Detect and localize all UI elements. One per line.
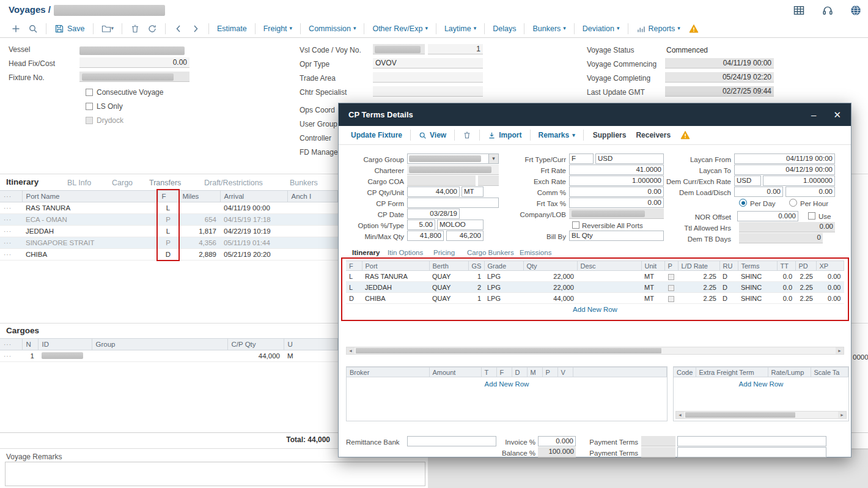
cargo-itinerary-scrollbar[interactable]: ◄ ► — [346, 347, 844, 355]
p-checkbox[interactable] — [668, 274, 674, 280]
payment-terms-code-field-2[interactable] — [641, 447, 675, 457]
nor-use-checkbox[interactable] — [808, 212, 815, 220]
itinerary-row[interactable]: ··· CHIBA D 2,889 05/21/19 20:20 — [0, 249, 338, 261]
payment-terms-desc-field-2[interactable] — [677, 447, 826, 457]
support-icon[interactable] — [822, 4, 834, 17]
copy-voyage-button[interactable]: ▾ — [101, 24, 114, 34]
cp-qty-unit-field[interactable]: MT — [462, 187, 484, 197]
min-qty-field[interactable]: 41,800 — [407, 231, 444, 241]
col-extra-freight-term[interactable]: Extra Freight Term — [696, 368, 768, 377]
frt-type-field[interactable]: F — [569, 153, 594, 164]
update-fixture-button[interactable]: Update Fixture — [351, 131, 402, 139]
frt-curr-field[interactable]: USD — [595, 153, 664, 164]
warning-icon[interactable] — [680, 130, 690, 140]
p-checkbox[interactable] — [668, 285, 674, 291]
head-fix-field[interactable]: 0.00 — [79, 57, 189, 68]
menu-estimate[interactable]: Estimate — [217, 24, 247, 33]
invoice-pct-field[interactable]: 0.000 — [538, 436, 576, 446]
menu-commission[interactable]: Commission▾ — [309, 24, 356, 33]
broker-add-row-link[interactable]: Add New Row — [347, 380, 667, 388]
menu-laytime[interactable]: Laytime▾ — [444, 24, 476, 33]
cargo-itinerary-row[interactable]: L JEDDAH QUAY 2 LPG 22,000 MT 2.25 D SHI… — [346, 282, 844, 293]
col-qty[interactable]: Qty — [523, 261, 577, 271]
itinerary-section-title[interactable]: Itinerary — [6, 177, 39, 187]
cp-form-field[interactable] — [407, 198, 499, 208]
col-cp-qty[interactable]: C/P Qty — [227, 339, 284, 350]
dem-exch-field[interactable]: 1.000000 — [763, 176, 835, 186]
col-rate-lump[interactable]: Rate/Lump — [768, 368, 811, 377]
col-ld-rate[interactable]: L/D Rate — [678, 261, 719, 271]
col-f[interactable]: F — [496, 368, 512, 377]
modal-tab-itin-options[interactable]: Itin Options — [388, 249, 423, 256]
row-menu-icon[interactable]: ··· — [4, 216, 12, 223]
save-button[interactable]: Save — [54, 24, 85, 34]
scrollbar-thumb[interactable] — [685, 412, 795, 418]
arrival-link[interactable]: 05/21/19 20:20 — [220, 249, 287, 261]
col-terms[interactable]: Terms — [738, 261, 777, 271]
cp-date-field[interactable]: 03/28/19 — [407, 209, 460, 219]
col-amount[interactable]: Amount — [429, 368, 481, 377]
option-type-field[interactable]: MOLOO — [437, 220, 484, 230]
modal-tab-pricing[interactable]: Pricing — [433, 249, 455, 256]
tab-draft-restrictions[interactable]: Draft/Restrictions — [204, 179, 263, 187]
col-port[interactable]: Port — [362, 261, 429, 271]
row-menu-icon[interactable]: ··· — [4, 353, 12, 360]
dem-load-field[interactable]: 0.00 — [734, 187, 783, 197]
col-pd[interactable]: PD — [795, 261, 816, 271]
col-t[interactable]: T — [481, 368, 496, 377]
modal-title-bar[interactable]: CP Terms Details – ✕ — [339, 103, 851, 126]
nor-offset-field[interactable]: 0.000 — [737, 211, 798, 221]
search-button[interactable] — [28, 24, 38, 34]
cargo-row[interactable]: ··· 1 44,000 M — [0, 350, 338, 362]
arrival-link[interactable]: 04/15/19 17:18 — [220, 214, 287, 226]
arrival-link[interactable]: 05/11/19 01:44 — [220, 237, 287, 249]
scroll-right-arrow[interactable]: ► — [836, 347, 844, 354]
col-port-name[interactable]: Port Name — [22, 191, 158, 202]
col-f[interactable]: F — [346, 261, 362, 271]
col-m[interactable]: M — [527, 368, 542, 377]
itinerary-row[interactable]: ··· SINGAPORE STRAIT P 4,356 05/11/19 01… — [0, 237, 338, 249]
cp-qty-field[interactable]: 44,000 — [407, 187, 460, 197]
row-menu-icon[interactable]: ··· — [4, 251, 12, 258]
chevron-down-icon[interactable]: ▾ — [488, 154, 498, 163]
col-group[interactable]: Group — [92, 339, 227, 350]
menu-reports[interactable]: Reports▾ — [636, 24, 680, 34]
itinerary-row[interactable]: ··· RAS TANURA L 04/11/19 00:00 — [0, 202, 338, 214]
extra-freight-scrollbar[interactable]: ◄ ► — [675, 411, 847, 419]
scroll-right-arrow[interactable]: ► — [838, 412, 846, 418]
modal-tab-itinerary[interactable]: Itinerary — [352, 249, 380, 256]
exch-rate-field[interactable]: 1.000000 — [569, 176, 664, 186]
payment-terms-code-field-1[interactable] — [641, 436, 675, 446]
opr-type-field[interactable]: OVOV — [373, 58, 483, 68]
col-berth[interactable]: Berth — [429, 261, 468, 271]
arrival-link[interactable]: 04/22/19 10:19 — [220, 226, 287, 237]
row-menu-icon[interactable]: ··· — [4, 240, 12, 246]
col-n[interactable]: N — [22, 339, 38, 350]
cargo-itinerary-add-row-link[interactable]: Add New Row — [346, 306, 844, 313]
view-button[interactable]: View — [419, 131, 446, 139]
col-gs[interactable]: GS — [468, 261, 484, 271]
col-arrival[interactable]: Arrival — [220, 191, 287, 202]
row-menu-icon[interactable]: ··· — [4, 228, 12, 235]
col-broker[interactable]: Broker — [347, 368, 429, 377]
scrollbar-thumb[interactable] — [356, 348, 661, 353]
col-ru[interactable]: RU — [719, 261, 738, 271]
prev-voyage-button[interactable] — [174, 24, 183, 34]
col-v[interactable]: V — [557, 368, 573, 377]
modal-tab-cargo-bunkers[interactable]: Cargo Bunkers — [467, 249, 514, 256]
redacted-vessel[interactable] — [79, 46, 185, 55]
scroll-left-arrow[interactable]: ◄ — [676, 412, 684, 418]
consecutive-voyage-checkbox[interactable] — [86, 89, 93, 96]
col-grade[interactable]: Grade — [484, 261, 523, 271]
frt-rate-field[interactable]: 41.0000 — [569, 165, 664, 175]
tab-bl-info[interactable]: BL Info — [67, 179, 91, 187]
itinerary-row[interactable]: ··· JEDDAH L 1,817 04/22/19 10:19 — [0, 226, 338, 237]
tab-transfers[interactable]: Transfers — [149, 179, 181, 187]
col-function[interactable]: F — [158, 191, 178, 202]
col-code[interactable]: Code — [674, 368, 696, 377]
max-qty-field[interactable]: 46,200 — [446, 231, 484, 241]
tab-bunkers[interactable]: Bunkers — [290, 179, 318, 187]
row-menu-icon[interactable]: ··· — [4, 205, 12, 212]
reversible-all-ports-checkbox[interactable] — [572, 221, 579, 229]
trade-area-field[interactable] — [373, 72, 483, 83]
